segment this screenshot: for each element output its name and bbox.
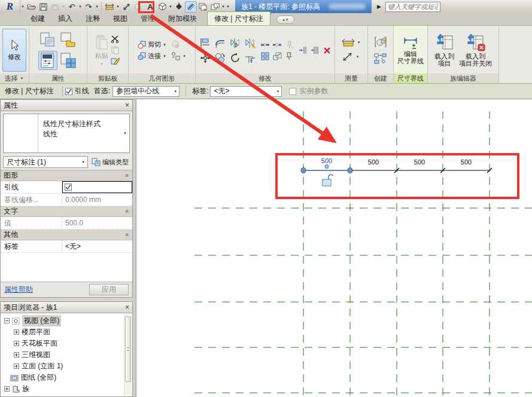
collapse-chevron-icon[interactable]: « — [124, 174, 131, 178]
create-group-button[interactable] — [374, 35, 387, 48]
split-element-button[interactable] — [260, 40, 270, 50]
load-into-project-button[interactable]: 载入到项目 — [434, 33, 454, 67]
leader-property-checkbox[interactable] — [65, 184, 72, 191]
align-button[interactable] — [199, 36, 212, 50]
dimension-value-3[interactable]: 500 — [414, 158, 425, 166]
tab-create[interactable]: 创建 — [24, 12, 51, 25]
collapse-expander-icon[interactable] — [4, 318, 10, 323]
default-3d-view-button[interactable] — [156, 1, 168, 13]
dimension-value-4[interactable]: 500 — [461, 158, 472, 166]
measure-tool-button[interactable]: ▾ — [342, 38, 361, 47]
tree-item-3d-views[interactable]: 三维视图 — [1, 349, 132, 361]
undo-button[interactable]: ↶ — [66, 1, 78, 13]
align-walls-button[interactable] — [298, 45, 308, 55]
leader-value-cell[interactable] — [62, 181, 132, 193]
tab-view[interactable]: 视图 — [107, 12, 134, 25]
tab-manage[interactable]: 管理 — [134, 12, 162, 25]
dimension-tool-button[interactable]: ▾ — [342, 51, 361, 62]
dimension-value-2[interactable]: 500 — [368, 158, 379, 166]
prefer-dropdown[interactable]: 参照墙中心线 ▾ — [113, 86, 180, 97]
panel-geometry-label[interactable]: 几何图形 — [129, 74, 195, 83]
open-button[interactable] — [25, 1, 37, 13]
load-into-project-close-button[interactable]: 载入到项目并关闭 — [459, 33, 492, 67]
close-hidden-windows-button[interactable] — [197, 1, 209, 13]
redo-button[interactable]: ↷ — [83, 1, 95, 13]
match-type-button[interactable] — [110, 57, 120, 66]
aligned-dimension-button[interactable] — [120, 1, 132, 13]
mirror-draw-axis-button[interactable] — [244, 36, 257, 50]
panel-clipboard-label[interactable]: 剪贴板 — [87, 74, 128, 83]
unlock-padlock-icon[interactable] — [323, 175, 333, 186]
customize-qat-caret-icon[interactable]: ▾ — [226, 4, 230, 9]
create-similar-button[interactable] — [374, 52, 387, 65]
move-button[interactable] — [199, 51, 212, 65]
tree-item-label[interactable]: 视图 (全部) — [22, 315, 61, 326]
close-icon[interactable]: × — [125, 102, 129, 109]
save-button[interactable] — [37, 1, 49, 13]
caret-down-icon[interactable]: ▾ — [355, 54, 360, 59]
undo-caret-icon[interactable]: ▾ — [78, 4, 83, 9]
thin-lines-button[interactable] — [185, 1, 197, 13]
expand-expander-icon[interactable] — [4, 386, 10, 392]
text-button[interactable]: A — [144, 1, 156, 13]
tab-insert[interactable]: 插入 — [51, 12, 79, 25]
expand-expander-icon[interactable] — [14, 352, 19, 358]
tree-item-ceiling-plans[interactable]: 天花板平面 — [1, 338, 132, 349]
properties-help-link[interactable]: 属性帮助 — [4, 285, 33, 295]
demolish-button[interactable] — [170, 51, 180, 61]
rotate-button[interactable] — [229, 51, 242, 65]
panel-create-label[interactable]: 创建 — [368, 74, 393, 83]
caret-down-icon[interactable]: ▾ — [357, 40, 361, 45]
family-types-button[interactable] — [59, 51, 78, 70]
view-caret-icon[interactable]: ▾ — [168, 4, 173, 9]
switch-windows-caret-icon[interactable]: ▾ — [221, 4, 226, 9]
collapse-chevron-icon[interactable]: « — [124, 210, 131, 213]
cut-geometry-button[interactable]: 剪切▾ — [137, 40, 167, 49]
tree-item-elevations[interactable]: 立面 (立面 1) — [1, 361, 132, 372]
tree-item-label[interactable]: 图纸 (全部) — [21, 372, 56, 383]
tab-modify-dimensions-active[interactable]: 修改 | 尺寸标注 — [207, 11, 270, 25]
project-browser-header[interactable]: 项目浏览器 - 族1 × — [1, 302, 132, 313]
search-input[interactable] — [385, 2, 440, 12]
trim-extend-button[interactable] — [244, 51, 257, 65]
collapse-chevron-icon[interactable]: « — [124, 233, 131, 237]
apply-button[interactable]: 应用 — [89, 284, 129, 295]
tree-item-label[interactable]: 楼层平面 — [22, 327, 50, 337]
section-text[interactable]: 文字« — [1, 206, 132, 217]
justify-all-button[interactable] — [310, 45, 320, 55]
tab-addins[interactable]: 附加模块 — [162, 12, 203, 25]
cut-to-clipboard-button[interactable] — [110, 34, 120, 44]
tag-dropdown[interactable]: <无> ▾ — [210, 86, 282, 97]
infocenter-expand-button[interactable]: ▶ — [375, 1, 383, 12]
panel-select-label[interactable]: 选择▾ — [0, 74, 29, 83]
redo-caret-icon[interactable]: ▾ — [95, 4, 99, 9]
tree-item-label[interactable]: 三维视图 — [22, 350, 50, 360]
measure-button[interactable] — [104, 1, 115, 13]
dimension-value-1-selected[interactable]: 500 — [321, 157, 332, 164]
scrollbar-thumb[interactable] — [125, 316, 131, 382]
caret-down-icon[interactable]: ▾ — [182, 54, 187, 59]
app-menu-button[interactable]: R — [0, 0, 20, 13]
join-geometry-button[interactable]: 连接▾ — [137, 51, 167, 60]
instance-filter-dropdown[interactable]: 尺寸标注 (1) ▾ — [3, 156, 88, 168]
caret-down-icon[interactable]: ▾ — [123, 131, 127, 136]
tree-item-families[interactable]: 族 — [1, 383, 132, 395]
split-with-gap-button[interactable] — [272, 40, 282, 50]
properties-palette-toggle[interactable] — [38, 51, 57, 70]
panel-measure-label[interactable]: 测量 — [335, 74, 367, 83]
family-category-button[interactable] — [59, 30, 78, 50]
panel-family-editor-label[interactable]: 族编辑器 — [428, 74, 498, 83]
panel-modify-label[interactable]: 修改 — [196, 74, 335, 83]
mirror-pick-axis-button[interactable] — [229, 36, 242, 50]
measure-caret-icon[interactable]: ▾ — [115, 4, 120, 9]
reference-plane-horizontal-lines[interactable] — [194, 208, 532, 393]
tab-annotate[interactable]: 注释 — [79, 12, 107, 25]
type-selector[interactable]: 线性尺寸标注样式线性 ▾ — [3, 114, 130, 153]
section-button[interactable] — [173, 1, 185, 13]
copy-button[interactable] — [214, 51, 227, 65]
properties-palette-header[interactable]: 属性 × — [1, 100, 132, 111]
witness-grip-handle[interactable] — [301, 168, 306, 173]
section-graphics[interactable]: 图形« — [1, 170, 132, 181]
offset-button[interactable] — [214, 36, 227, 50]
app-menu-caret-icon[interactable]: ▾ — [20, 4, 25, 9]
